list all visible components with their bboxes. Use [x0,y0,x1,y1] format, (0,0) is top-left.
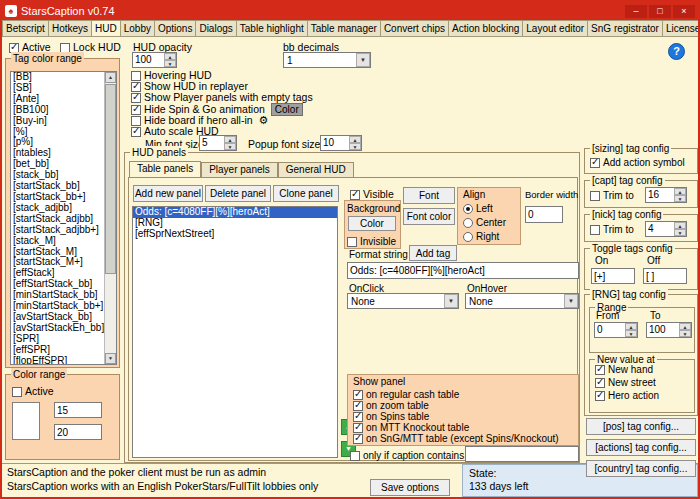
hud-opacity-spinner[interactable]: 100 ▲▼ [132,52,177,68]
tab-action-blocking[interactable]: Action blocking [448,20,522,36]
show-sng-mtt-checkbox[interactable]: on SnG/MTT table (except Spins/Knockout) [353,433,559,444]
panel-list[interactable]: Odds: [c=4080FF][%][heroAct][RNG][effSpr… [132,206,338,458]
tab-hotkeys[interactable]: Hotkeys [48,20,91,36]
color-swatch[interactable] [12,402,40,440]
spin-go-color-button[interactable]: Color [271,103,303,116]
list-item[interactable]: [BB100] [11,105,104,116]
scrollbar[interactable]: ▲ ▼ [104,72,116,364]
spin-down-icon[interactable]: ▼ [625,330,637,337]
spin-up-icon[interactable]: ▲ [679,323,691,330]
tab-table-panels[interactable]: Table panels [129,161,201,177]
spin-up-icon[interactable]: ▲ [224,136,236,143]
scroll-thumb[interactable] [105,84,116,274]
list-item[interactable]: [effSPR] [11,345,104,356]
color-range-active-checkbox[interactable]: Active [12,386,54,397]
onclick-dropdown[interactable]: None ▼ [347,293,459,309]
spin-up-icon[interactable]: ▲ [674,222,686,229]
new-hand-checkbox[interactable]: New hand [595,364,653,375]
spin-down-icon[interactable]: ▼ [674,229,686,236]
new-street-checkbox[interactable]: New street [595,377,656,388]
spin-up-icon[interactable]: ▲ [674,188,686,195]
show-regular-cash-checkbox[interactable]: on regular cash table [353,389,459,400]
actions-tag-config-button[interactable]: [actions] tag config... [586,439,696,456]
maximize-icon[interactable]: □ [649,5,671,18]
tab-betscript[interactable]: Betscript [2,20,48,36]
spin-down-icon[interactable]: ▼ [164,60,176,67]
tab-lobby[interactable]: Lobby [120,20,154,36]
caption-contains-checkbox[interactable]: only if caption contains [350,450,464,461]
close-icon[interactable]: × [673,5,695,18]
checkbox-box [590,158,600,168]
save-options-button[interactable]: Save options [370,479,450,496]
rng-to-spinner[interactable]: 100 ▲▼ [646,322,692,338]
bb-decimals-dropdown[interactable]: 1 ▼ [283,52,371,68]
tab-hud[interactable]: HUD [91,20,120,37]
tab-dialogs[interactable]: Dialogs [195,20,235,36]
spin-down-icon[interactable]: ▼ [349,143,361,150]
spin-down-icon[interactable]: ▼ [674,195,686,202]
toggle-on-input[interactable] [591,268,635,284]
show-mtt-knockout-checkbox[interactable]: on MTT Knockout table [353,422,469,433]
clone-panel-button[interactable]: Clone panel [273,185,339,202]
rng-from-spinner[interactable]: 0 ▲▼ [594,322,638,338]
tab-sng-registrator[interactable]: SnG registrator [587,20,662,36]
onhover-dropdown[interactable]: None ▼ [465,293,579,309]
list-item[interactable]: [flopEffSPR] [11,356,104,365]
list-item[interactable]: [Buy-in] [11,116,104,127]
list-item[interactable]: [stack_M] [11,236,104,247]
minimize-icon[interactable]: – [625,5,647,18]
font-color-button[interactable]: Font color [403,208,455,225]
tab-options[interactable]: Options [154,20,195,36]
font-button[interactable]: Font [403,187,455,204]
caption-contains-input[interactable] [465,446,579,462]
spin-up-icon[interactable]: ▲ [625,323,637,330]
min-font-size-spinner[interactable]: 5 ▲▼ [199,135,237,151]
spin-up-icon[interactable]: ▲ [349,136,361,143]
background-color-button[interactable]: Color [348,216,396,231]
country-tag-config-button[interactable]: [country] tag config... [586,460,696,477]
list-item[interactable]: [effSprNextStreet] [133,229,337,240]
spin-down-icon[interactable]: ▼ [679,330,691,337]
show-spins-checkbox[interactable]: on Spins table [353,411,429,422]
toggle-off-input[interactable] [643,268,687,284]
add-new-panel-button[interactable]: Add new panel [133,185,203,202]
add-tag-button[interactable]: Add tag [409,245,457,261]
tag-color-range-list[interactable]: ▲ ▼ [BB][SB][Ante][BB100][Buy-in][%][p%]… [10,71,117,365]
tab-layout-editor[interactable]: Layout editor [522,20,587,36]
nick-trim-spinner[interactable]: 4 ▲▼ [645,221,687,237]
invisible-checkbox[interactable]: Invisible [347,236,396,247]
scroll-down-icon[interactable]: ▼ [105,353,116,364]
align-center-radio[interactable]: Center [463,217,506,228]
gear-icon[interactable]: ⚙ [259,115,269,126]
align-right-radio[interactable]: Right [463,231,499,242]
spin-down-icon[interactable]: ▼ [224,143,236,150]
delete-panel-button[interactable]: Delete panel [205,185,271,202]
color-range-min-input[interactable] [54,402,102,418]
tab-convert-chips[interactable]: Convert chips [380,20,448,36]
list-item[interactable]: [startStack_adjbb+] [11,225,104,236]
popup-font-size-spinner[interactable]: 10 ▲▼ [320,135,362,151]
pos-tag-config-button[interactable]: [pos] tag config... [586,418,696,435]
show-player-panels-checkbox[interactable]: Show Player panels with empty tags [131,92,313,103]
popup-font-size-value: 10 [321,136,349,150]
help-button[interactable]: ? [668,43,685,60]
spin-up-icon[interactable]: ▲ [164,53,176,60]
hero-action-checkbox[interactable]: Hero action [595,390,659,401]
format-string-input[interactable] [347,262,579,279]
align-left-radio[interactable]: Left [463,203,493,214]
capt-trim-spinner[interactable]: 16 ▲▼ [645,187,687,203]
show-zoom-checkbox[interactable]: on zoom table [353,400,429,411]
scroll-up-icon[interactable]: ▲ [105,72,116,83]
tab-table-manager[interactable]: Table manager [307,20,380,36]
nick-trim-checkbox[interactable]: Trim to [590,224,634,235]
visible-checkbox[interactable]: Visible [350,189,394,200]
color-range-max-input[interactable] [54,424,102,440]
tab-player-panels[interactable]: Player panels [201,162,278,177]
border-width-input[interactable] [525,206,563,223]
list-item[interactable]: Odds: [c=4080FF][%][heroAct] [133,207,337,218]
tab-table-highlight[interactable]: Table highlight [236,20,307,36]
tab-license[interactable]: License [662,20,698,36]
tab-general-hud[interactable]: General HUD [278,162,354,177]
capt-trim-checkbox[interactable]: Trim to [590,190,634,201]
add-action-symbol-checkbox[interactable]: Add action symbol [590,157,685,168]
